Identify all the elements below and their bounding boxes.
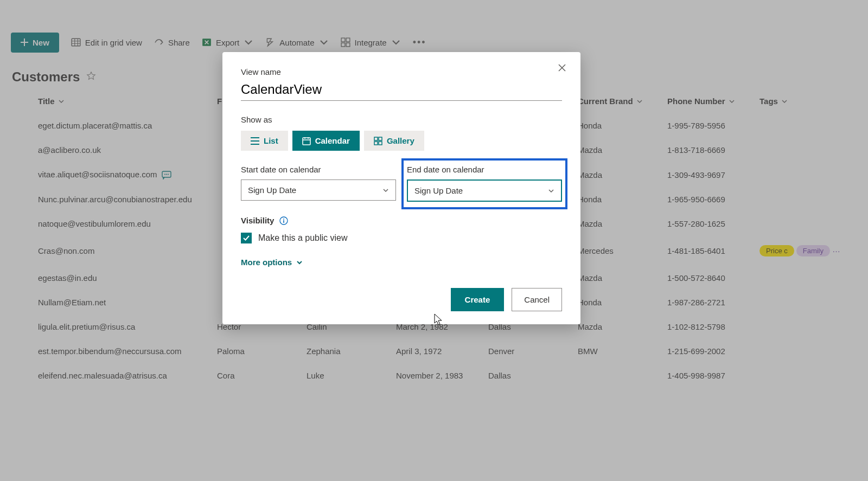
svg-rect-17 [284,220,285,223]
create-view-dialog: View name Show as List Calendar Gallery [222,52,580,324]
visibility-label: Visibility [241,216,274,225]
check-icon [242,234,250,242]
chevron-down-icon [296,259,303,266]
end-date-highlight: End date on calendar Sign Up Date [401,158,567,209]
create-button[interactable]: Create [451,288,505,311]
start-date-label: Start date on calendar [241,165,396,174]
cancel-button[interactable]: Cancel [512,288,562,311]
close-icon [558,63,566,72]
view-name-label: View name [241,67,562,76]
chevron-down-icon [548,188,554,194]
gallery-icon [374,137,382,145]
svg-rect-12 [379,137,382,140]
dialog-close-button[interactable] [554,62,570,75]
calendar-icon [302,137,311,145]
modal-overlay[interactable]: View name Show as List Calendar Gallery [0,0,868,481]
show-as-list[interactable]: List [241,131,288,151]
end-date-label: End date on calendar [407,165,562,174]
info-icon[interactable] [279,216,288,225]
more-options-toggle[interactable]: More options [241,258,303,267]
svg-rect-10 [303,138,310,145]
svg-rect-13 [374,142,378,145]
show-as-gallery[interactable]: Gallery [364,131,424,151]
list-icon [251,137,259,145]
end-date-select[interactable]: Sign Up Date [407,179,562,202]
chevron-down-icon [382,187,389,194]
view-name-input[interactable] [241,80,562,101]
start-date-select[interactable]: Sign Up Date [241,179,396,201]
svg-rect-11 [374,137,378,140]
svg-rect-14 [379,142,382,145]
public-view-label: Make this a public view [258,233,348,243]
public-view-checkbox[interactable] [241,233,252,243]
show-as-calendar[interactable]: Calendar [292,131,360,151]
show-as-label: Show as [241,115,562,124]
svg-point-16 [283,219,284,220]
